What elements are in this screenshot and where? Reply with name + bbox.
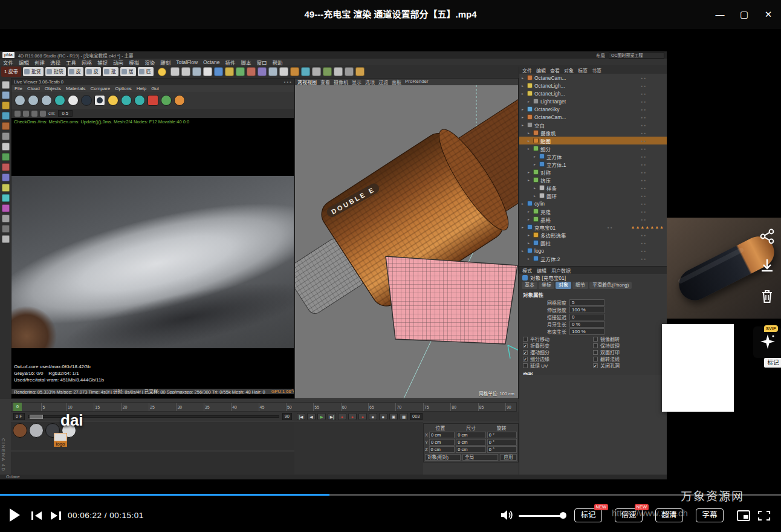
lv-menu-item[interactable]: Gui xyxy=(151,86,158,91)
viewport-menu-item[interactable]: 显示 xyxy=(352,79,361,85)
attr-menu-item[interactable]: 编辑 xyxy=(537,267,546,274)
object-name[interactable]: OctaneLigh... xyxy=(534,91,565,97)
object-tree-row[interactable]: ▸ cylin ●● xyxy=(519,199,667,207)
checkbox[interactable] xyxy=(593,350,598,355)
transport-button[interactable]: ■ xyxy=(379,413,387,420)
transport-button[interactable]: ▦ xyxy=(400,413,408,420)
next-frame-button[interactable] xyxy=(51,511,64,521)
lv-menu-item[interactable]: File xyxy=(15,86,22,91)
frame-number[interactable]: 70 xyxy=(395,403,401,411)
mode-icon[interactable] xyxy=(2,235,10,243)
render-mode-ball-icon[interactable] xyxy=(28,95,39,106)
viewport-menu-item[interactable]: 选项 xyxy=(365,79,375,85)
object-name[interactable]: logo xyxy=(534,248,544,254)
frame-number[interactable]: 45 xyxy=(259,403,265,411)
timeline-ruler[interactable]: 051015202530354045505560657075808590 xyxy=(11,402,517,412)
visibility-dots-icon[interactable]: ●● xyxy=(641,163,647,166)
material-thumbnail[interactable] xyxy=(29,423,44,438)
transport-button[interactable]: ● xyxy=(348,413,357,420)
expand-arrow-icon[interactable]: ▸ xyxy=(528,256,531,261)
frame-number[interactable]: 60 xyxy=(341,403,347,411)
viewport-menu-item[interactable]: 过滤 xyxy=(378,79,388,85)
frame-number[interactable]: 15 xyxy=(94,403,100,411)
layout-preset-button[interactable]: 批 xyxy=(103,67,118,76)
texture-tags[interactable]: ▲▲▲▲▲▲▲ xyxy=(631,225,665,229)
object-name[interactable]: 挤压 xyxy=(540,177,551,184)
visibility-dots-icon[interactable]: ●● xyxy=(641,249,647,253)
frame-start-field[interactable]: 0 F xyxy=(13,413,25,420)
object-tree-row[interactable]: ▸ 立方体.2 ●● xyxy=(519,255,667,262)
checkbox[interactable]: ✓ xyxy=(593,363,598,368)
visibility-dots-icon[interactable]: ●● xyxy=(641,123,647,127)
viewport-menu-item[interactable]: 查看 xyxy=(320,79,330,85)
menu-item[interactable]: 渲染 xyxy=(144,59,155,66)
viewport-menu-item[interactable]: ProRender xyxy=(405,79,429,85)
expand-arrow-icon[interactable]: ▸ xyxy=(522,115,525,119)
attr-value-field[interactable]: 100 % xyxy=(569,307,604,313)
checkbox[interactable] xyxy=(523,363,528,368)
expand-arrow-icon[interactable]: ▸ xyxy=(534,162,537,166)
object-tree-row[interactable]: ▸ 晶格 ●● xyxy=(519,215,667,223)
object-name[interactable]: 多边形选集 xyxy=(540,232,566,239)
object-name[interactable]: cylin xyxy=(534,201,545,207)
attr-tab[interactable]: 细节 xyxy=(572,282,588,289)
transport-button[interactable]: ▶ xyxy=(317,413,326,420)
frame-end-field[interactable]: 90 xyxy=(282,413,292,420)
attr-value-field[interactable]: 0 xyxy=(569,314,604,320)
rotation-field[interactable]: 0 ° xyxy=(487,446,517,453)
toolbar-icon[interactable] xyxy=(236,67,245,76)
checkbox[interactable] xyxy=(593,343,598,348)
menu-item[interactable]: 编辑 xyxy=(19,59,29,66)
object-tree-row[interactable]: ▸ 贴图 ●● xyxy=(519,137,667,144)
toolbar-icon[interactable] xyxy=(334,67,343,76)
size-field[interactable]: 0 cm xyxy=(456,439,485,446)
attr-tab[interactable]: 平滑着色(Phong) xyxy=(589,282,632,289)
timeline-scrubber[interactable]: 0 xyxy=(13,403,22,411)
camera-record-icon[interactable] xyxy=(147,95,158,106)
object-name[interactable]: 细分 xyxy=(540,145,551,152)
menu-item[interactable]: 窗口 xyxy=(257,59,267,66)
menu-item[interactable]: 脚本 xyxy=(241,59,251,66)
viewport-canvas[interactable]: DOUBLE E 网格单位: 100 cm xyxy=(295,85,518,398)
object-tree-row[interactable]: ▸ 充电宝01 ●● ▲▲▲▲▲▲▲ xyxy=(519,223,667,231)
object-tree-row[interactable]: ▸ 对称 ●● xyxy=(519,168,667,176)
expand-arrow-icon[interactable]: ▸ xyxy=(528,233,531,237)
frame-number[interactable]: 40 xyxy=(231,403,237,411)
menu-item[interactable]: 文件 xyxy=(3,59,13,66)
layout-dropdown[interactable]: OC图时预览工程 xyxy=(609,52,664,59)
rotation-field[interactable]: 0 ° xyxy=(487,432,517,438)
om-tab[interactable]: 对象 xyxy=(564,67,574,74)
lv-menu-item[interactable]: Objects xyxy=(45,86,61,91)
om-tab[interactable]: 编辑 xyxy=(536,67,546,74)
visibility-dots-icon[interactable]: ●● xyxy=(641,131,647,135)
mode-icon[interactable] xyxy=(2,163,10,171)
toolbar-icon[interactable] xyxy=(192,67,201,76)
cln-value-field[interactable]: 0.5 xyxy=(58,110,73,117)
attr-value-field[interactable]: 100 % xyxy=(569,328,604,335)
web-fullscreen-icon[interactable] xyxy=(736,510,751,522)
transport-button[interactable]: ● xyxy=(338,413,346,420)
volume-knob[interactable] xyxy=(560,512,566,519)
visibility-dots-icon[interactable]: ●● xyxy=(641,155,647,158)
expand-arrow-icon[interactable]: ▸ xyxy=(528,217,531,221)
visibility-dots-icon[interactable]: ●● xyxy=(641,76,647,80)
visibility-dots-icon[interactable]: ●● xyxy=(641,218,647,221)
object-name[interactable]: 对称 xyxy=(540,169,551,176)
frame-number[interactable]: 5 xyxy=(41,403,45,411)
checkbox[interactable]: ✓ xyxy=(523,343,528,348)
lv-menu-item[interactable]: Compare xyxy=(90,86,110,91)
toolbar-icon[interactable] xyxy=(290,67,299,76)
visibility-dots-icon[interactable]: ●● xyxy=(607,225,613,229)
render-mode-ball-icon[interactable] xyxy=(68,95,79,106)
object-name[interactable]: OctaneCam... xyxy=(534,75,566,81)
object-name[interactable]: 立方体 xyxy=(546,153,562,160)
render-mode-ball-icon[interactable] xyxy=(41,95,52,106)
expand-arrow-icon[interactable]: ▸ xyxy=(528,170,531,174)
progress-bar[interactable] xyxy=(0,494,781,496)
visibility-dots-icon[interactable]: ●● xyxy=(641,115,647,119)
toolbar-icon[interactable] xyxy=(225,67,234,76)
layout-preset-button[interactable]: 皮 xyxy=(68,67,83,76)
object-name[interactable]: LightTarget xyxy=(540,99,566,105)
toolbar-icon[interactable] xyxy=(170,67,180,76)
layout-preset-button[interactable]: 居 xyxy=(120,67,136,76)
